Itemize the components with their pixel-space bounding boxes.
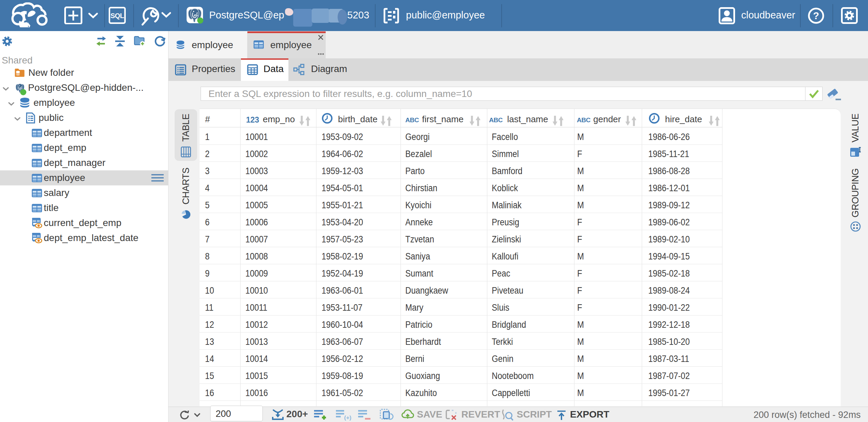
- svg-text:?: ?: [813, 10, 819, 21]
- svg-text:SQL: SQL: [110, 12, 124, 19]
- svg-text:(+): (+): [344, 414, 351, 421]
